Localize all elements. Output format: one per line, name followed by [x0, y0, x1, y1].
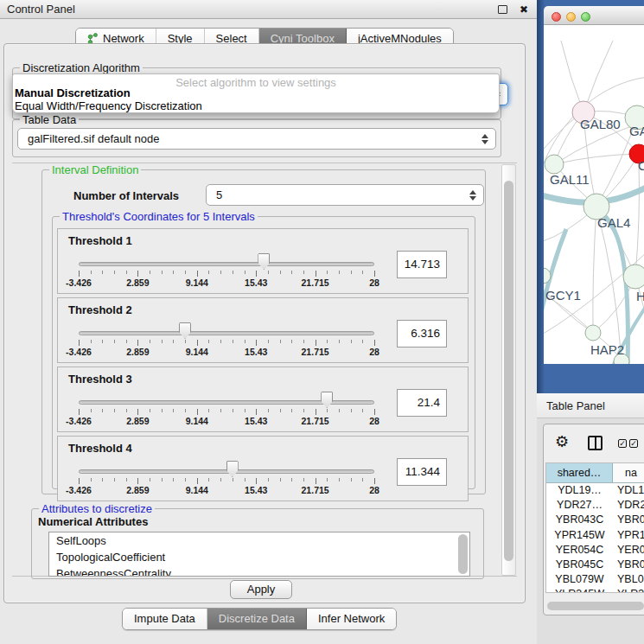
label-gcy1: GCY1	[545, 288, 581, 303]
number-of-intervals-combobox[interactable]: 5	[206, 184, 484, 206]
label-h-partial: H	[636, 289, 644, 303]
label-hap2: HAP2	[590, 342, 624, 357]
apply-button[interactable]: Apply	[230, 580, 292, 599]
table-panel-title: Table Panel	[537, 393, 644, 412]
slider-ticks	[79, 409, 375, 415]
threshold-2-panel: Threshold 2 -3.426 2.859 9.144 15.43 21.…	[57, 297, 469, 363]
threshold-3-panel: Threshold 3 -3.426 2.859 9.144 15.43 21.…	[57, 367, 469, 432]
close-icon[interactable]: ✖	[520, 3, 528, 16]
horizontal-scrollbar-thumb[interactable]	[547, 602, 644, 610]
threshold-3-value-field[interactable]: 21.4	[397, 389, 447, 417]
threshold-3-label: Threshold 3	[68, 373, 132, 386]
application-window: Control Panel ✖ Network Style Select Cyn…	[0, 0, 644, 644]
table-panel-titlebar: Table Panel	[537, 393, 644, 418]
control-panel-titlebar: Control Panel ✖	[0, 0, 537, 19]
node-gal11[interactable]	[545, 155, 564, 174]
table-row[interactable]: YBR043CYBR0	[546, 513, 644, 527]
threshold-2-value-field[interactable]: 6.316	[397, 320, 447, 348]
tab-impute-data[interactable]: Impute Data	[123, 609, 207, 629]
slider-tick-labels: -3.426 2.859 9.144 15.43 21.715 28	[79, 277, 374, 288]
combo-stepper-icon	[469, 190, 476, 201]
column-header-shared-name[interactable]: shared…	[546, 463, 613, 482]
threshold-3-slider-thumb[interactable]	[321, 392, 333, 408]
numerical-attributes-list[interactable]: SelfLoops TopologicalCoefficient Between…	[48, 532, 470, 577]
checkbox-icon[interactable]: ✓	[629, 439, 638, 448]
list-item[interactable]: SelfLoops	[49, 532, 469, 549]
dropdown-item-manual-discretization[interactable]: Manual Discretization	[15, 86, 131, 99]
table-toolbar: ⚙ ✓ ✓	[544, 424, 644, 461]
threshold-1-label: Threshold 1	[68, 234, 132, 247]
threshold-4-slider-thumb[interactable]	[226, 461, 239, 477]
gear-icon[interactable]: ⚙	[555, 432, 569, 451]
table-row[interactable]: YDR27…YDR2	[546, 498, 644, 513]
threshold-1-slider-track[interactable]	[79, 262, 374, 266]
bottom-tabs: Impute Data Discretize Data Infer Networ…	[122, 608, 397, 630]
threshold-1-panel: Threshold 1 -3.426 2.859 9.144 15.43 21.…	[57, 228, 469, 294]
float-window-icon[interactable]	[498, 5, 507, 14]
threshold-4-label: Threshold 4	[68, 442, 132, 455]
label-ga-partial: GA	[629, 124, 644, 138]
table-row[interactable]: YDL19…YDL1	[546, 483, 644, 498]
slider-ticks	[79, 478, 375, 484]
table-row[interactable]: YLR345WYLR3	[546, 587, 644, 593]
label-gal11: GAL11	[550, 172, 590, 187]
vertical-scrollbar[interactable]	[501, 164, 516, 576]
dropdown-item-equal-width[interactable]: Equal Width/Frequency Discretization	[15, 99, 202, 112]
column-header-name[interactable]: na	[613, 463, 644, 482]
number-of-intervals-label: Number of Intervals	[73, 189, 179, 202]
table-panel-card: ⚙ ✓ ✓ shared… na YDL19…YDL1 YDR27…YDR2 Y…	[543, 424, 644, 615]
list-item[interactable]: BetweennessCentrality	[49, 565, 469, 577]
node-hap2[interactable]	[585, 325, 601, 341]
table-header-row: shared… na	[546, 463, 644, 483]
panel-title: Control Panel	[0, 3, 498, 16]
table-row[interactable]: YBL079WYBL0	[546, 572, 644, 587]
threshold-4-panel: Threshold 4 -3.426 2.859 9.144 15.43 21.…	[57, 436, 469, 501]
table-row[interactable]: YPR145WYPR1	[546, 528, 644, 543]
threshold-2-slider-thumb[interactable]	[179, 322, 191, 339]
network-window-titlebar	[544, 6, 644, 25]
combo-stepper-icon	[481, 134, 488, 144]
network-canvas[interactable]: GAL80 GA C GAL11 GAL4 GCY1 H HAP2	[544, 25, 644, 364]
tab-discretize-data[interactable]: Discretize Data	[207, 609, 307, 629]
node-table: shared… na YDL19…YDL1 YDR27…YDR2 YBR043C…	[545, 462, 644, 593]
interval-definition-label: Interval Definition	[49, 163, 141, 176]
slider-tick-labels: -3.426 2.859 9.144 15.43 21.715 28	[79, 347, 374, 357]
slider-tick-labels: -3.426 2.859 9.144 15.43 21.715 28	[79, 416, 374, 426]
network-graph: GAL80 GA C GAL11 GAL4 GCY1 H HAP2	[544, 25, 644, 364]
checkbox-icon[interactable]: ✓	[618, 439, 627, 448]
threshold-2-label: Threshold 2	[68, 303, 132, 316]
close-traffic-light-icon[interactable]	[552, 12, 561, 22]
node-h-partial[interactable]	[623, 265, 644, 289]
threshold-4-value-field[interactable]: 11.344	[397, 458, 447, 486]
list-item[interactable]: TopologicalCoefficient	[49, 549, 469, 565]
number-of-intervals-value: 5	[216, 188, 222, 201]
numerical-attributes-label: Numerical Attributes	[38, 515, 148, 528]
table-data-combobox[interactable]: galFiltered.sif default node	[17, 128, 496, 150]
attributes-group-label: Attributes to discretize	[39, 502, 155, 515]
slider-ticks	[79, 340, 375, 346]
table-data-label: Table Data	[20, 113, 79, 126]
threshold-2-slider-track[interactable]	[79, 331, 374, 335]
discretization-algorithm-label: Discretization Algorithm	[20, 61, 143, 74]
threshold-1-value-field[interactable]: 14.713	[397, 251, 447, 278]
table-data-value: galFiltered.sif default node	[28, 132, 159, 145]
minimize-traffic-light-icon[interactable]	[566, 12, 576, 22]
vertical-scrollbar-thumb[interactable]	[504, 181, 513, 561]
slider-tick-labels: -3.426 2.859 9.144 15.43 21.715 28	[79, 485, 374, 495]
list-scrollbar-thumb[interactable]	[458, 534, 468, 574]
label-gal4: GAL4	[597, 215, 630, 230]
algorithm-dropdown-popup: Select algorithm to view settings Manual…	[12, 73, 500, 113]
thresholds-group-label: Threshold's Coordinates for 5 Intervals	[60, 210, 258, 223]
tab-infer-network[interactable]: Infer Network	[307, 609, 396, 629]
label-gal80: GAL80	[580, 117, 621, 131]
threshold-1-slider-thumb[interactable]	[258, 253, 270, 270]
table-row[interactable]: YER054CYER0	[546, 543, 644, 558]
split-columns-icon[interactable]	[588, 436, 603, 450]
zoom-traffic-light-icon[interactable]	[581, 12, 590, 22]
table-row[interactable]: YBR045CYBR0	[546, 558, 644, 572]
slider-ticks	[79, 271, 375, 277]
label-c-partial: C	[638, 158, 644, 173]
